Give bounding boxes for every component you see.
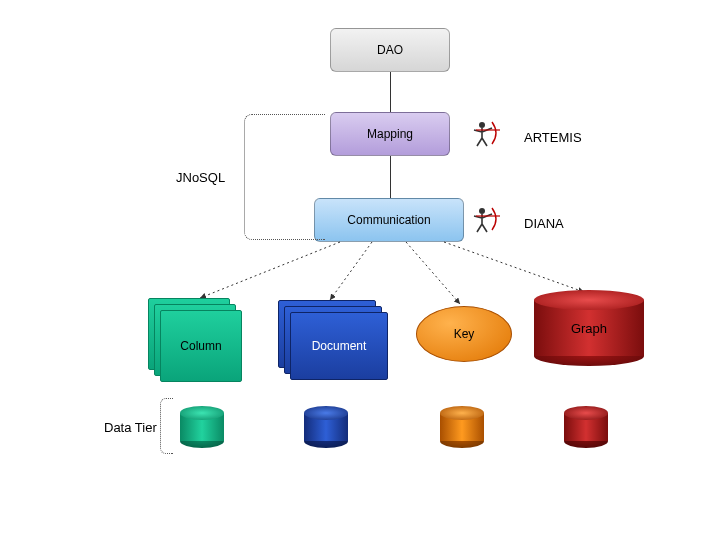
graph-label: Graph <box>571 321 607 336</box>
data-tier-cylinder-document <box>304 406 348 448</box>
data-tier-label: Data Tier <box>104 420 157 435</box>
connectors-overlay <box>0 0 728 542</box>
connector-dao-mapping <box>390 72 391 112</box>
data-tier-cylinder-column <box>180 406 224 448</box>
key-node: Key <box>416 306 512 362</box>
archer-icon <box>470 118 506 148</box>
archer-icon <box>470 204 506 234</box>
communication-label: Communication <box>347 213 430 227</box>
artemis-label: ARTEMIS <box>524 130 582 145</box>
svg-point-2 <box>479 208 485 214</box>
mapping-label: Mapping <box>367 127 413 141</box>
data-tier-bracket <box>160 398 173 454</box>
diana-label: DIANA <box>524 216 564 231</box>
svg-point-0 <box>479 122 485 128</box>
communication-node: Communication <box>314 198 464 242</box>
document-label: Document <box>312 339 367 353</box>
graph-node: Graph <box>534 290 644 366</box>
dao-label: DAO <box>377 43 403 57</box>
jnosql-label: JNoSQL <box>176 170 225 185</box>
document-node: Document <box>278 300 388 380</box>
column-node: Column <box>148 298 240 378</box>
jnosql-bracket <box>244 114 325 240</box>
data-tier-cylinder-graph <box>564 406 608 448</box>
column-label: Column <box>180 339 221 353</box>
data-tier-cylinder-key <box>440 406 484 448</box>
diagram-canvas: { "nodes": { "dao": "DAO", "mapping": "M… <box>0 0 728 542</box>
key-label: Key <box>454 327 475 341</box>
connector-mapping-communication <box>390 156 391 198</box>
dao-node: DAO <box>330 28 450 72</box>
mapping-node: Mapping <box>330 112 450 156</box>
